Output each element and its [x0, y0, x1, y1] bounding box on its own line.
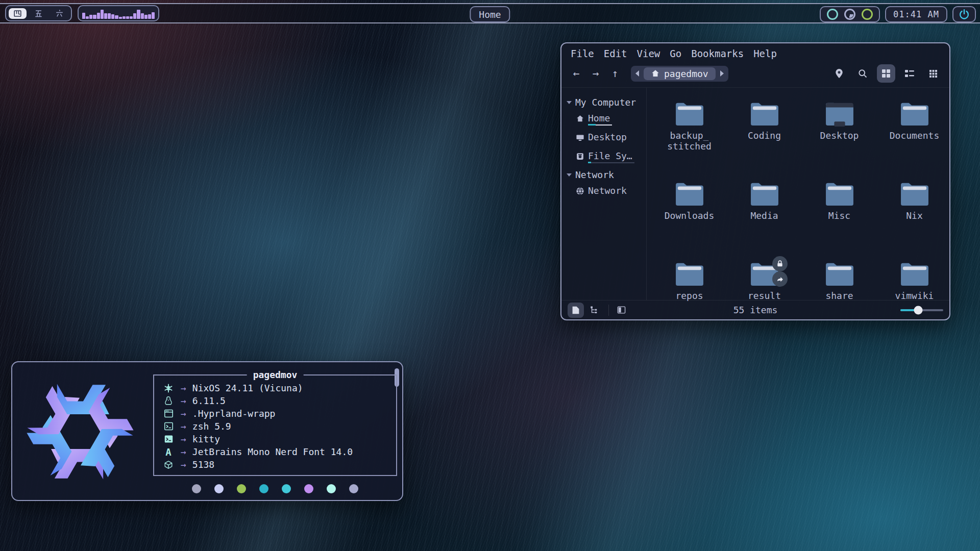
search-button[interactable]: [853, 64, 872, 83]
folder-item[interactable]: Documents: [877, 97, 950, 177]
window-manager-icon: [162, 409, 175, 418]
toggle-sidebar-button[interactable]: [613, 303, 629, 318]
places-button[interactable]: [830, 64, 848, 83]
menu-file[interactable]: File: [571, 48, 594, 59]
path-scroll-right-button[interactable]: [716, 66, 728, 82]
up-button[interactable]: ↑: [607, 67, 623, 80]
folder-item[interactable]: Coding: [727, 97, 802, 177]
desktop-folder-icon: [824, 100, 855, 127]
power-icon: [959, 9, 970, 20]
toolbar: ← → ↑ pagedmov: [561, 62, 949, 88]
sidebar-item-network[interactable]: Network: [576, 185, 642, 197]
directory-tree-button[interactable]: [586, 303, 602, 318]
menu-help[interactable]: Help: [753, 48, 777, 59]
file-manager-window: File Edit View Go Bookmarks Help ← → ↑ p…: [560, 42, 950, 320]
folder-item[interactable]: backup_​stitched: [652, 97, 727, 177]
visualizer-bar: [144, 15, 148, 19]
sidebar-item-desktop[interactable]: Desktop: [576, 132, 642, 143]
fetch-line-shell: → zsh 5.9: [162, 420, 389, 433]
path-segment-home[interactable]: pagedmov: [644, 67, 716, 80]
palette-dot: [192, 484, 201, 493]
menu-bookmarks[interactable]: Bookmarks: [691, 48, 744, 59]
chevron-left-icon: [635, 70, 639, 77]
search-icon: [857, 68, 868, 79]
workspace-6[interactable]: [51, 8, 68, 19]
lock-icon: [776, 260, 784, 268]
workspace-5[interactable]: [30, 8, 47, 19]
sidebar-item-home[interactable]: Home: [576, 113, 642, 124]
menu-edit[interactable]: Edit: [604, 48, 627, 59]
visualizer-bar: [108, 13, 111, 19]
forward-button[interactable]: →: [588, 67, 603, 80]
zoom-slider[interactable]: [900, 309, 943, 311]
palette-dot: [349, 484, 358, 493]
folder-icon: [674, 100, 705, 127]
workspaces-module: [5, 5, 72, 21]
folder-item-desktop[interactable]: Desktop: [802, 97, 877, 177]
visualizer-bar: [130, 16, 133, 19]
fetch-line-font: A → JetBrains Mono Nerd Font 14.0: [162, 445, 389, 458]
terminal-window: pagedmov → NixOS 24.11 (Vicuna) → 6.11.5: [11, 361, 403, 501]
desktop-icon: [576, 133, 584, 142]
clock: 01:41 AM: [885, 6, 947, 22]
indicator-ring-3[interactable]: [862, 9, 873, 20]
menu-go[interactable]: Go: [670, 48, 681, 59]
show-directories-button[interactable]: [568, 303, 584, 318]
indicator-ring-2[interactable]: [844, 9, 855, 20]
network-globe-icon: [576, 187, 584, 195]
workspace-glyph-liu: [55, 9, 64, 18]
visualizer-bar: [152, 12, 155, 19]
workspace-glyph-si: [13, 9, 22, 18]
visualizer-bar: [86, 16, 89, 19]
menu-view[interactable]: View: [637, 48, 660, 59]
palette-dot: [282, 484, 291, 493]
visualizer-bar: [115, 15, 118, 19]
workspace-4-active[interactable]: [9, 8, 27, 19]
nixos-logo: [19, 375, 141, 488]
path-bar: pagedmov: [631, 66, 728, 82]
symlink-emblem: [772, 271, 788, 287]
compact-view-icon: [904, 69, 915, 78]
palette-dot: [327, 484, 336, 493]
chevron-right-icon: [720, 70, 724, 77]
folder-item[interactable]: Misc: [802, 177, 877, 257]
visualizer-bar: [126, 16, 129, 19]
sidebar-section-network[interactable]: Network: [567, 169, 642, 180]
palette-dot: [214, 484, 224, 493]
folder-item[interactable]: Nix: [877, 177, 950, 257]
visualizer-bar: [82, 13, 85, 19]
folder-item[interactable]: Media: [727, 177, 802, 257]
sidebar-section-my-computer[interactable]: My Computer: [567, 97, 642, 108]
path-scroll-left-button[interactable]: [631, 66, 644, 82]
visualizer-bar: [137, 10, 140, 19]
sidebar-item-file-system[interactable]: File Sy…: [576, 151, 642, 162]
visualizer-bar: [89, 15, 92, 19]
fetch-line-os: → NixOS 24.11 (Vicuna): [162, 382, 389, 394]
folder-icon: [749, 100, 780, 127]
package-icon: [162, 460, 175, 469]
compact-view-button[interactable]: [900, 64, 919, 83]
power-button[interactable]: [952, 6, 976, 22]
icon-view-button[interactable]: [877, 64, 895, 83]
thumbnail-view-button[interactable]: [924, 64, 942, 83]
folder-icon: [824, 260, 855, 287]
status-indicators-module: [820, 6, 880, 22]
visualizer-bar: [148, 14, 151, 19]
folder-item[interactable]: Downloads: [652, 177, 727, 257]
back-button[interactable]: ←: [569, 67, 584, 80]
audio-visualizer: [78, 5, 159, 21]
icon-view-icon: [881, 69, 891, 78]
collapse-arrow-icon[interactable]: [567, 173, 572, 177]
collapse-arrow-icon[interactable]: [567, 101, 572, 104]
zoom-slider-knob[interactable]: [914, 306, 923, 314]
top-bar: Home 01:41 AM: [0, 3, 980, 23]
visualizer-bar: [111, 14, 114, 19]
fetch-hostname: pagedmov: [247, 369, 304, 380]
indicator-ring-1[interactable]: [827, 9, 838, 20]
sidebar-panel-icon: [617, 306, 626, 314]
home-icon: [651, 69, 660, 78]
visualizer-bar: [119, 17, 122, 19]
readonly-lock-emblem: [772, 256, 788, 271]
fetch-line-packages: → 5138: [162, 458, 389, 471]
folder-icon: [899, 100, 930, 127]
